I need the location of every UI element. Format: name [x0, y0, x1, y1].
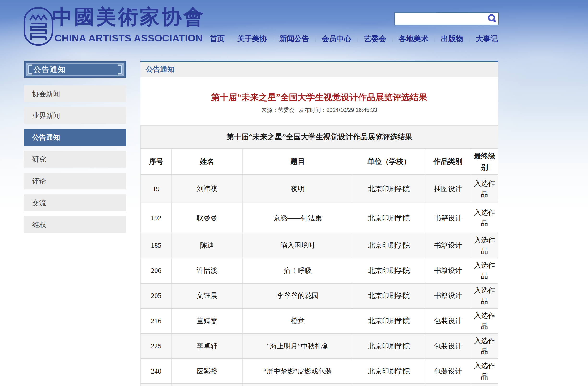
column-header: 作品类别: [425, 149, 471, 175]
table-cell: 北京印刷学院: [353, 333, 425, 359]
table-row: 206许恬溪痛！呼吸北京印刷学院书籍设计入选作品: [141, 258, 498, 283]
table-cell: 185: [141, 233, 172, 258]
table-cell: “屏中梦影”皮影戏包装: [242, 359, 353, 384]
table-cell: 240: [141, 359, 172, 384]
table-cell: 书籍设计: [425, 258, 471, 283]
table-row: 273张可欣“糖皇”一故障图像的视觉设计与应用北京印刷学院综合项目设计入选作品: [141, 384, 498, 386]
table-cell: 北京印刷学院: [353, 308, 425, 333]
table-cell: 北京印刷学院: [353, 359, 425, 384]
nav-item[interactable]: 新闻公告: [273, 34, 315, 44]
table-cell: 文钰晨: [172, 283, 242, 308]
table-cell: 书籍设计: [425, 203, 471, 233]
nav-item[interactable]: 艺委会: [358, 34, 392, 44]
table-row: 216董婧雯橙意北京印刷学院包装设计入选作品: [141, 308, 498, 333]
section-bar-label: 公告通知: [140, 62, 174, 77]
sidebar-item[interactable]: 公告通知: [24, 129, 126, 146]
fret-corner-icon: [117, 69, 124, 76]
column-header: 姓名: [172, 149, 242, 175]
table-cell: 入选作品: [471, 233, 498, 258]
table-cell: 入选作品: [471, 308, 498, 333]
table-row: 205文钰晨李爷爷的花园北京印刷学院书籍设计入选作品: [141, 283, 498, 308]
table-cell: 北京印刷学院: [353, 233, 425, 258]
column-header: 题目: [242, 149, 353, 175]
results-table-body: 第十届“未来之星”全国大学生视觉设计作品展览评选结果 序号姓名题目单位（学校）作…: [141, 125, 498, 386]
table-cell: 19: [141, 175, 172, 203]
sidebar-item[interactable]: 协会新闻: [24, 85, 126, 102]
table-cell: 包装设计: [425, 308, 471, 333]
article-source: 来源：艺委会: [261, 107, 294, 113]
table-cell: 许恬溪: [172, 258, 242, 283]
table-cell: 北京印刷学院: [353, 203, 425, 233]
nav-item[interactable]: 各地美术: [393, 34, 434, 44]
table-row: 240应紫裕“屏中梦影”皮影戏包装北京印刷学院包装设计入选作品: [141, 359, 498, 384]
table-cell: 陷入困境时: [242, 233, 353, 258]
results-table: 第十届“未来之星”全国大学生视觉设计作品展览评选结果 序号姓名题目单位（学校）作…: [140, 125, 498, 386]
table-cell: 入选作品: [471, 203, 498, 233]
nav-item[interactable]: 关于美协: [231, 34, 273, 44]
sidebar-item[interactable]: 业界新闻: [24, 107, 126, 124]
fret-corner-icon: [117, 63, 124, 70]
table-row: 192耿曼曼京绣——针法集北京印刷学院书籍设计入选作品: [141, 203, 498, 233]
sidebar-item[interactable]: 评论: [24, 173, 126, 189]
table-cell: 京绣——针法集: [242, 203, 353, 233]
table-cell: 陈迪: [172, 233, 242, 258]
table-cell: 李爷爷的花园: [242, 283, 353, 308]
table-row: 185陈迪陷入困境时北京印刷学院书籍设计入选作品: [141, 233, 498, 258]
table-cell: 206: [141, 258, 172, 283]
table-row: 19刘祎祺夜明北京印刷学院插图设计入选作品: [141, 175, 498, 203]
sidebar-item[interactable]: 维权: [24, 216, 126, 233]
sidebar-item[interactable]: 研究: [24, 151, 126, 168]
sidebar-header-label: 公告通知: [33, 62, 66, 77]
table-cell: 张可欣: [172, 384, 242, 386]
table-cell: 插图设计: [425, 175, 471, 203]
column-header: 序号: [141, 149, 172, 175]
table-cell: 入选作品: [471, 258, 498, 283]
page: 中國美術家协會 CHINA ARTISTS ASSOCIATION 首页关于美协…: [0, 0, 588, 386]
table-cell: 192: [141, 203, 172, 233]
table-cell: 216: [141, 308, 172, 333]
table-cell: 北京印刷学院: [353, 175, 425, 203]
column-header: 单位（学校）: [353, 149, 425, 175]
logo-title-zh[interactable]: 中國美術家协會: [52, 3, 205, 31]
table-title-row: 第十届“未来之星”全国大学生视觉设计作品展览评选结果: [141, 125, 498, 149]
table-cell: 书籍设计: [425, 283, 471, 308]
table-title: 第十届“未来之星”全国大学生视觉设计作品展览评选结果: [141, 125, 498, 149]
nav-item[interactable]: 首页: [204, 34, 231, 44]
nav-item[interactable]: 出版物: [435, 34, 469, 44]
table-header-row: 序号姓名题目单位（学校）作品类别最终级别: [141, 149, 498, 175]
table-cell: 橙意: [242, 308, 353, 333]
table-cell: 应紫裕: [172, 359, 242, 384]
table-cell: 包装设计: [425, 359, 471, 384]
table-cell: “海上明月”中秋礼盒: [242, 333, 353, 359]
nav-item[interactable]: 会员中心: [315, 34, 357, 44]
nav-item[interactable]: 大事记: [470, 34, 498, 44]
table-cell: “糖皇”一故障图像的视觉设计与应用: [242, 384, 353, 386]
table-cell: 入选作品: [471, 283, 498, 308]
search-icon[interactable]: [487, 14, 498, 24]
table-cell: 痛！呼吸: [242, 258, 353, 283]
table-cell: 夜明: [242, 175, 353, 203]
table-cell: 刘祎祺: [172, 175, 242, 203]
table-cell: 耿曼曼: [172, 203, 242, 233]
table-cell: 入选作品: [471, 359, 498, 384]
table-cell: 北京印刷学院: [353, 384, 425, 386]
table-cell: 273: [141, 384, 172, 386]
table-cell: 书籍设计: [425, 233, 471, 258]
table-cell: 董婧雯: [172, 308, 242, 333]
results-table-wrap: 第十届“未来之星”全国大学生视觉设计作品展览评选结果 序号姓名题目单位（学校）作…: [140, 125, 498, 386]
fret-corner-icon: [26, 63, 33, 70]
table-row: 225李卓轩“海上明月”中秋礼盒北京印刷学院包装设计入选作品: [141, 333, 498, 359]
search-input[interactable]: [395, 13, 487, 25]
table-cell: 225: [141, 333, 172, 359]
column-header: 最终级别: [471, 149, 498, 175]
table-cell: 北京印刷学院: [353, 258, 425, 283]
sidebar-menu: 协会新闻业界新闻公告通知研究评论交流维权: [24, 85, 126, 238]
article-publish-time: 发布时间：2024/10/29 16:45:33: [299, 107, 377, 113]
table-cell: 入选作品: [471, 333, 498, 359]
table-cell: 入选作品: [471, 175, 498, 203]
article-title: 第十届“未来之星”全国大学生视觉设计作品展览评选结果: [140, 92, 498, 103]
table-cell: 入选作品: [471, 384, 498, 386]
caa-seal-icon: [23, 6, 54, 47]
article-meta: 来源：艺委会发布时间：2024/10/29 16:45:33: [140, 106, 498, 114]
sidebar-item[interactable]: 交流: [24, 194, 126, 211]
